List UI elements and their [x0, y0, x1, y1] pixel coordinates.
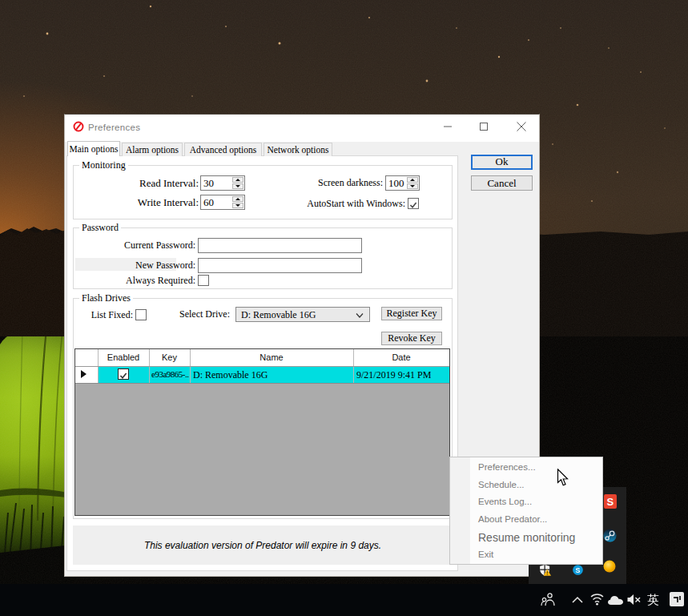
svg-text:S: S: [576, 566, 581, 574]
